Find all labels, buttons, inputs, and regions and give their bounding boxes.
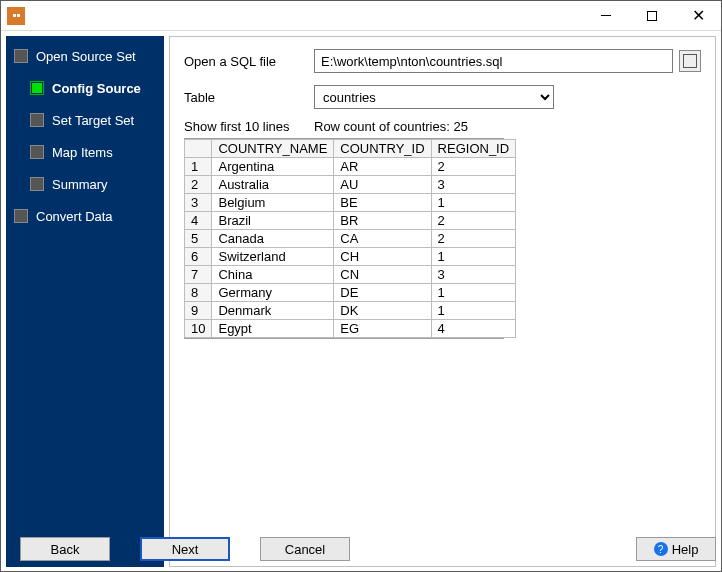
cell[interactable]: Brazil [212, 212, 334, 230]
cell[interactable]: Argentina [212, 158, 334, 176]
cell[interactable]: 2 [431, 212, 516, 230]
cell[interactable]: 3 [431, 266, 516, 284]
browse-icon [683, 54, 697, 68]
row-number: 9 [185, 302, 212, 320]
cell[interactable]: CA [334, 230, 431, 248]
table-row[interactable]: 5CanadaCA2 [185, 230, 516, 248]
browse-button[interactable] [679, 50, 701, 72]
sidebar-item-label: Set Target Set [52, 113, 134, 128]
main-panel: Open a SQL file Table countries Show fir… [169, 36, 716, 567]
window-controls: ✕ [583, 1, 721, 31]
back-button[interactable]: Back [20, 537, 110, 561]
row-number: 4 [185, 212, 212, 230]
help-icon: ? [654, 542, 668, 556]
cell[interactable]: Australia [212, 176, 334, 194]
cell[interactable]: DK [334, 302, 431, 320]
cancel-button[interactable]: Cancel [260, 537, 350, 561]
cell[interactable]: AU [334, 176, 431, 194]
row-number: 6 [185, 248, 212, 266]
sidebar-item-map-items[interactable]: Map Items [30, 140, 160, 164]
sidebar-item-label: Summary [52, 177, 108, 192]
cell[interactable]: 4 [431, 320, 516, 338]
minimize-icon [601, 15, 611, 16]
sidebar-item-summary[interactable]: Summary [30, 172, 160, 196]
table-row[interactable]: 8GermanyDE1 [185, 284, 516, 302]
sidebar-item-open-source-set[interactable]: Open Source Set [14, 44, 160, 68]
cell[interactable]: China [212, 266, 334, 284]
row-header-blank [185, 140, 212, 158]
cell[interactable]: AR [334, 158, 431, 176]
table-select[interactable]: countries [314, 85, 554, 109]
cell[interactable]: Egypt [212, 320, 334, 338]
column-header[interactable]: COUNTRY_ID [334, 140, 431, 158]
table-row[interactable]: 2AustraliaAU3 [185, 176, 516, 194]
sql-path-input[interactable] [314, 49, 673, 73]
cell[interactable]: 2 [431, 230, 516, 248]
cell[interactable]: 1 [431, 194, 516, 212]
minimize-button[interactable] [583, 1, 629, 31]
row-number: 10 [185, 320, 212, 338]
wizard-sidebar: Open Source Set Config Source Set Target… [6, 36, 164, 567]
sidebar-item-set-target-set[interactable]: Set Target Set [30, 108, 160, 132]
table-row[interactable]: 9DenmarkDK1 [185, 302, 516, 320]
table-row[interactable]: 4BrazilBR2 [185, 212, 516, 230]
row-number: 7 [185, 266, 212, 284]
cell[interactable]: 1 [431, 248, 516, 266]
preview-grid[interactable]: COUNTRY_NAMECOUNTRY_IDREGION_ID1Argentin… [184, 138, 504, 339]
close-icon: ✕ [692, 8, 705, 24]
sidebar-item-label: Map Items [52, 145, 113, 160]
column-header[interactable]: REGION_ID [431, 140, 516, 158]
table-row[interactable]: 1ArgentinaAR2 [185, 158, 516, 176]
table-row[interactable]: 6SwitzerlandCH1 [185, 248, 516, 266]
wizard-button-bar: Back Next Cancel ? Help [6, 533, 716, 565]
row-number: 5 [185, 230, 212, 248]
table-label: Table [184, 90, 314, 105]
maximize-button[interactable] [629, 1, 675, 31]
table-row[interactable]: 3BelgiumBE1 [185, 194, 516, 212]
row-number: 1 [185, 158, 212, 176]
sidebar-item-config-source[interactable]: Config Source [30, 76, 160, 100]
open-sql-label: Open a SQL file [184, 54, 314, 69]
cell[interactable]: Switzerland [212, 248, 334, 266]
cell[interactable]: 2 [431, 158, 516, 176]
cell[interactable]: BR [334, 212, 431, 230]
cell[interactable]: 1 [431, 302, 516, 320]
sidebar-item-label: Convert Data [36, 209, 113, 224]
next-button[interactable]: Next [140, 537, 230, 561]
cell[interactable]: Germany [212, 284, 334, 302]
table-row[interactable]: 7ChinaCN3 [185, 266, 516, 284]
cell[interactable]: DE [334, 284, 431, 302]
row-number: 8 [185, 284, 212, 302]
cell[interactable]: Canada [212, 230, 334, 248]
sidebar-item-convert-data[interactable]: Convert Data [14, 204, 160, 228]
cell[interactable]: 3 [431, 176, 516, 194]
cell[interactable]: BE [334, 194, 431, 212]
cell[interactable]: Denmark [212, 302, 334, 320]
sidebar-item-label: Config Source [52, 81, 141, 96]
table-row[interactable]: 10EgyptEG4 [185, 320, 516, 338]
cell[interactable]: EG [334, 320, 431, 338]
cell[interactable]: Belgium [212, 194, 334, 212]
cell[interactable]: 1 [431, 284, 516, 302]
app-icon [7, 7, 25, 25]
cell[interactable]: CN [334, 266, 431, 284]
titlebar: ✕ [1, 1, 721, 31]
maximize-icon [647, 11, 657, 21]
column-header[interactable]: COUNTRY_NAME [212, 140, 334, 158]
row-number: 2 [185, 176, 212, 194]
row-number: 3 [185, 194, 212, 212]
cell[interactable]: CH [334, 248, 431, 266]
sidebar-item-label: Open Source Set [36, 49, 136, 64]
help-button[interactable]: ? Help [636, 537, 716, 561]
show-first-label: Show first 10 lines [184, 119, 314, 134]
row-count-label: Row count of countries: 25 [314, 119, 468, 134]
close-button[interactable]: ✕ [675, 1, 721, 31]
